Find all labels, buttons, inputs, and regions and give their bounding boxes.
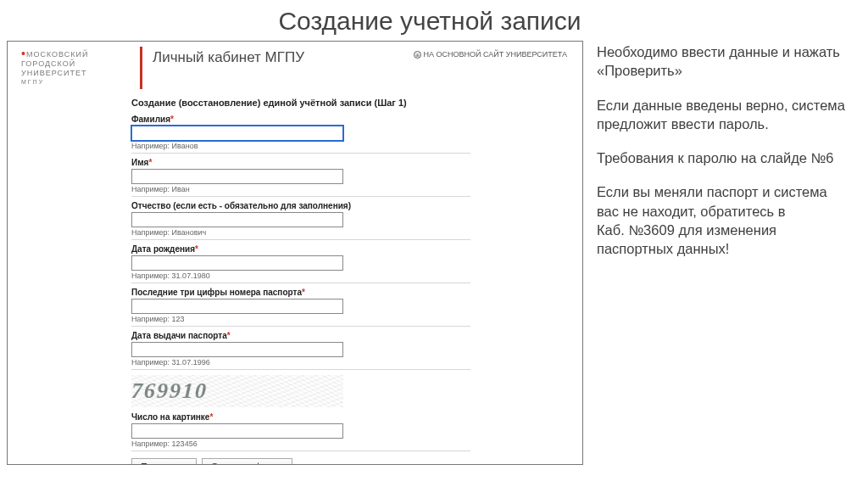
- surname-label: Фамилия*: [131, 115, 470, 125]
- main-site-link[interactable]: ⊕НА ОСНОВНОЙ САЙТ УНИВЕРСИТЕТА: [414, 50, 567, 59]
- captcha-input[interactable]: [131, 423, 343, 439]
- surname-hint: Например: Иванов: [131, 142, 470, 154]
- divider: [140, 47, 142, 89]
- captcha-image: 769910: [131, 375, 343, 407]
- patronymic-input[interactable]: [131, 212, 343, 227]
- instructions-text: Необходимо ввести данные и нажать «Прове…: [597, 41, 853, 465]
- screenshot-frame: •МОСКОВСКИЙ ГОРОДСКОЙ УНИВЕРСИТЕТ МГПУ Л…: [7, 41, 583, 465]
- university-logo: •МОСКОВСКИЙ ГОРОДСКОЙ УНИВЕРСИТЕТ МГПУ: [21, 50, 140, 87]
- dob-input[interactable]: [131, 255, 343, 271]
- globe-icon: ⊕: [414, 51, 421, 59]
- dob-hint: Например: 31.07.1980: [131, 271, 470, 283]
- passport-date-label: Дата выдачи паспорта*: [131, 331, 470, 341]
- passport3-label: Последние три цифры номера паспорта*: [131, 288, 470, 298]
- page-header: Личный кабинет МГПУ: [153, 50, 304, 66]
- captcha-hint: Например: 123456: [131, 439, 470, 451]
- patronymic-label: Отчество (если есть - обязательно для за…: [131, 201, 470, 211]
- check-button[interactable]: Проверить: [131, 458, 197, 465]
- patronymic-hint: Например: Иванович: [131, 228, 470, 240]
- dob-label: Дата рождения*: [131, 244, 470, 255]
- surname-input[interactable]: [131, 126, 343, 141]
- passport-date-input[interactable]: [131, 342, 343, 357]
- clear-button[interactable]: Очистить форму: [202, 458, 292, 465]
- captcha-label: Число на картинке*: [131, 412, 470, 423]
- form-title: Создание (восстановление) единой учётной…: [131, 98, 470, 108]
- passport3-input[interactable]: [131, 299, 343, 314]
- name-label: Имя*: [131, 158, 470, 168]
- name-hint: Например: Иван: [131, 185, 470, 197]
- name-input[interactable]: [131, 169, 343, 184]
- slide-title: Создание учетной записи: [7, 7, 853, 36]
- passport3-hint: Например: 123: [131, 315, 470, 327]
- passport-date-hint: Например: 31.07.1996: [131, 358, 470, 370]
